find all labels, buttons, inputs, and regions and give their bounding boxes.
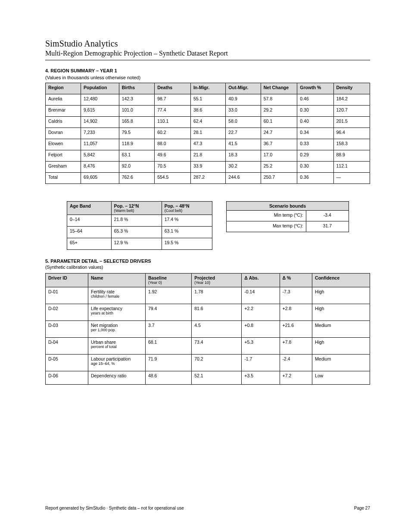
table-cell: 58.0 [226,117,261,128]
bound-value: -3.4 [306,211,349,221]
table-cell: Total [46,173,81,184]
table-row: Total69,605762.6554.5287.2244.6250.70.36… [46,173,370,184]
table-cell: 88.0 [155,139,191,150]
region-col-header: In-Migr. [190,83,225,94]
table-cell: 0.29 [297,150,333,162]
table-cell: 112.1 [333,162,370,173]
table-cell: 0.33 [297,139,333,150]
table-cell: 142.3 [119,94,155,106]
region-col-header: Deaths [155,83,191,94]
table-row: D-02Life expectancyyears at birth79.481.… [46,304,370,320]
region-summary-table: RegionPopulationBirthsDeathsIn-Migr.Out-… [45,83,370,184]
ageband-col-header: Age Band [67,202,112,215]
table-cell: 0.34 [297,128,333,139]
table-cell: 33.9 [190,162,225,173]
table-cell: 28.1 [190,128,225,139]
table-cell: -7.3 [280,287,312,304]
table-row: Brenmar9,615101.077.438.633.029.20.30120… [46,106,370,117]
region-col-header: Population [81,83,119,94]
table-cell: 65.3 % [111,227,162,238]
ageband-col-header: Pop. – 48°N(Cool belt) [162,202,212,215]
table-cell: 19.5 % [162,238,212,250]
region-col-header: Births [119,83,155,94]
table-cell: 201.5 [333,117,370,128]
table-cell: 70.5 [155,162,191,173]
table-cell: 1.92 [146,287,192,304]
page-footer: Report generated by SimStudio · Syntheti… [45,506,370,510]
region-col-header: Net Change [261,83,297,94]
table-cell: 47.3 [190,139,225,150]
table-row: 15–6465.3 %63.1 % [67,227,212,238]
section1-note: (Values in thousands unless otherwise no… [45,75,370,80]
table-cell: 7,233 [81,128,119,139]
table-cell: 14,902 [81,117,119,128]
bound-label: Min temp (°C): [227,211,306,221]
table-cell: 244.6 [226,173,261,184]
table-cell: 110.1 [155,117,191,128]
table-cell: 71.9 [146,354,192,371]
table-cell: 60.2 [155,128,191,139]
table-cell: 158.3 [333,139,370,150]
table-cell: 17.4 % [162,215,212,227]
table-row: 0–1421.8 %17.4 % [67,215,212,227]
driver-col-header: Δ % [280,274,312,287]
footer-left: Report generated by SimStudio · Syntheti… [45,506,184,510]
table-cell: 17.0 [261,150,297,162]
table-cell: 68.1 [146,337,192,354]
table-cell: Labour participationage 15–64, % [88,354,146,371]
table-cell: 250.7 [261,173,297,184]
table-row: D-06Dependency ratio48.652.1+3.5+7.2Low [46,371,370,384]
driver-col-header: Δ Abs. [242,274,280,287]
table-cell: +21.6 [280,320,312,337]
table-cell: 49.6 [155,150,191,162]
table-cell: 29.2 [261,106,297,117]
table-cell: 36.7 [261,139,297,150]
table-cell: — [333,173,370,184]
table-cell: 554.5 [155,173,191,184]
table-cell: D-05 [46,354,88,371]
table-cell: Net migrationper 1,000 pop. [88,320,146,337]
table-cell: High [312,287,370,304]
region-col-header: Region [46,83,81,94]
bound-label: Max temp (°C): [227,221,306,232]
table-cell: +7.2 [280,371,312,384]
table-cell: 9,615 [81,106,119,117]
table-cell: +2.8 [280,304,312,320]
region-col-header: Out-Migr. [226,83,261,94]
table-cell: 62.4 [190,117,225,128]
table-cell: 25.2 [261,162,297,173]
table-cell: +5.3 [242,337,280,354]
section2-heading: 5. PARAMETER DETAIL – SELECTED DRIVERS [45,258,370,264]
table-row: D-05Labour participationage 15–64, %71.9… [46,354,370,371]
table-row: Aurelia12,480142.398.755.140.957.80.4618… [46,94,370,106]
table-cell: 96.4 [333,128,370,139]
table-cell: 12,480 [81,94,119,106]
table-cell: D-03 [46,320,88,337]
table-row: D-03Net migrationper 1,000 pop.3.74.5+0.… [46,320,370,337]
page-subtitle: Multi-Region Demographic Projection – Sy… [45,50,370,57]
table-cell: 118.9 [119,139,155,150]
table-cell: Aurelia [46,94,81,106]
table-cell: 101.0 [119,106,155,117]
table-cell: Medium [312,354,370,371]
table-cell: -0.14 [242,287,280,304]
table-cell: Felport [46,150,81,162]
table-cell: D-04 [46,337,88,354]
table-cell: 55.1 [190,94,225,106]
table-cell: 79.5 [119,128,155,139]
table-cell: 762.6 [119,173,155,184]
table-row: D-04Urban sharepercent of total68.173.4+… [46,337,370,354]
table-cell: 0.36 [297,173,333,184]
table-cell: Caldris [46,117,81,128]
table-cell: 8,476 [81,162,119,173]
table-cell: 0.46 [297,94,333,106]
section1-heading: 4. REGION SUMMARY – YEAR 1 [45,68,370,73]
table-cell: 120.7 [333,106,370,117]
bound-value: 31.7 [306,221,349,232]
table-cell: Elowen [46,139,81,150]
table-cell: 77.4 [155,106,191,117]
region-col-header: Density [333,83,370,94]
table-cell: Dovran [46,128,81,139]
driver-col-header: Baseline(Year 0) [146,274,192,287]
table-cell: Fertility ratechildren / female [88,287,146,304]
